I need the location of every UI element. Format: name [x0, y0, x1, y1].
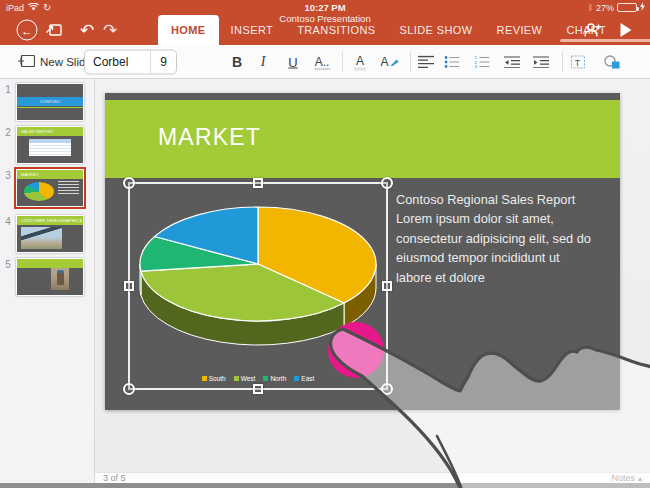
- chevron-up-icon: ▴: [638, 474, 642, 483]
- thumbnail-image[interactable]: MARKET: [16, 169, 84, 207]
- underline-button[interactable]: U: [288, 54, 297, 69]
- font-selector[interactable]: Corbel 9: [84, 49, 177, 74]
- slide-number: 5: [0, 258, 16, 296]
- slide-thumbnail-4[interactable]: 4 CUSTOMER DEMOGRAPHICS: [0, 215, 94, 253]
- play-slideshow-button[interactable]: [621, 23, 632, 37]
- italic-button[interactable]: I: [261, 54, 266, 70]
- battery-icon: [617, 3, 637, 12]
- slide-thumbnail-5[interactable]: 5: [0, 258, 94, 296]
- notes-toggle[interactable]: Notes ▴: [611, 473, 642, 483]
- pen-icon: [390, 53, 400, 71]
- home-toolbar: New Slide Corbel 9 B I U A.. A A 123 T: [0, 45, 650, 79]
- thumb-title: CONTOSO: [17, 97, 83, 106]
- current-slide[interactable]: MARKET Contoso Regional Sales Report Lor…: [105, 93, 620, 410]
- bluetooth-icon: ᛒ: [588, 3, 593, 12]
- add-people-icon[interactable]: [584, 23, 602, 38]
- align-button[interactable]: [418, 55, 434, 68]
- outdent-button[interactable]: [504, 56, 520, 68]
- slide-number: 2: [0, 126, 16, 164]
- thumb-title: [17, 259, 83, 268]
- mini-pie: [24, 182, 54, 201]
- numbering-button[interactable]: 123: [475, 56, 490, 68]
- slide-number: 3: [0, 169, 16, 207]
- thumb-title: SALES REPORT: [17, 127, 83, 136]
- font-name-value[interactable]: Corbel: [85, 55, 150, 69]
- font-size-value[interactable]: 9: [150, 50, 176, 73]
- thumbnail-image[interactable]: CONTOSO: [16, 83, 84, 121]
- shape-button[interactable]: [604, 55, 621, 69]
- title-banner[interactable]: MARKET: [105, 100, 620, 178]
- battery-percent: 27%: [596, 3, 614, 13]
- thumbnail-image[interactable]: CUSTOMER DEMOGRAPHICS: [16, 215, 84, 253]
- slide-panel: 1 CONTOSO 2 SALES REPORT 3 MARKET 4: [0, 79, 95, 483]
- slide-body-text[interactable]: Contoso Regional Sales Report Lorem ipsu…: [396, 190, 622, 287]
- editing-canvas: MARKET Contoso Regional Sales Report Lor…: [95, 79, 650, 483]
- clock: 10:27 PM: [0, 2, 650, 13]
- thumbnail-image[interactable]: SALES REPORT: [16, 126, 84, 164]
- thumb-title: CUSTOMER DEMOGRAPHICS: [17, 216, 83, 225]
- resize-handle-top[interactable]: [253, 178, 263, 188]
- text-effects-button[interactable]: A: [380, 53, 399, 71]
- slide-thumbnail-2[interactable]: 2 SALES REPORT: [0, 126, 94, 164]
- resize-handle-top-right[interactable]: [381, 177, 393, 189]
- share-icon[interactable]: [46, 23, 63, 38]
- resize-handle-left[interactable]: [124, 281, 134, 291]
- resize-handle-bottom[interactable]: [253, 384, 263, 394]
- bold-button[interactable]: B: [232, 54, 242, 70]
- page-indicator: 3 of 5: [103, 473, 126, 483]
- touch-indicator: [328, 322, 384, 378]
- resize-handle-top-left[interactable]: [123, 177, 135, 189]
- document-title: Contoso Presentation: [0, 13, 650, 24]
- textbox-button[interactable]: T: [571, 55, 586, 69]
- slide-thumbnail-3[interactable]: 3 MARKET: [0, 169, 94, 207]
- slide-number: 4: [0, 215, 16, 253]
- footer-status-bar: 3 of 5 Notes ▴: [95, 472, 650, 483]
- svg-text:3: 3: [475, 64, 478, 68]
- chart-tab-indicator: [560, 39, 650, 42]
- bullets-button[interactable]: [445, 56, 460, 68]
- bottom-bar: [0, 483, 650, 488]
- charging-icon: [640, 2, 645, 13]
- thumb-title: MARKET: [17, 170, 83, 179]
- resize-handle-bottom-left[interactable]: [123, 383, 135, 395]
- resize-handle-bottom-right[interactable]: [381, 383, 393, 395]
- font-color-button[interactable]: A: [354, 53, 366, 70]
- new-slide-icon: [18, 54, 35, 69]
- more-formatting-button[interactable]: A..: [315, 54, 330, 69]
- slide-thumbnail-1[interactable]: 1 CONTOSO: [0, 83, 94, 121]
- new-slide-button[interactable]: New Slide: [18, 54, 92, 69]
- slide-number: 1: [0, 83, 16, 121]
- slide-title[interactable]: MARKET: [158, 124, 261, 151]
- resize-handle-right[interactable]: [382, 281, 392, 291]
- indent-button[interactable]: [533, 56, 549, 68]
- thumbnail-image[interactable]: [16, 258, 84, 296]
- svg-text:T: T: [575, 57, 581, 67]
